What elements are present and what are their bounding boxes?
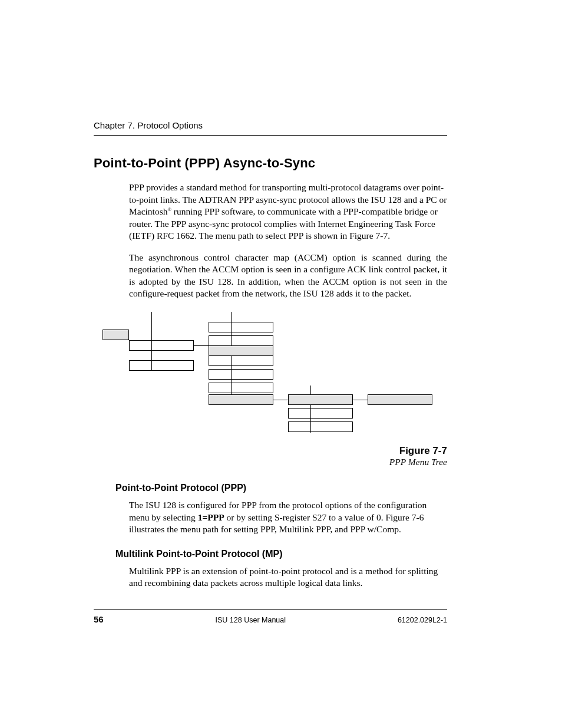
footer-center: ISU 128 User Manual	[216, 616, 286, 624]
diagram-hline-3	[353, 400, 368, 400]
diagram-box-c3-3	[288, 421, 353, 432]
diagram-box-2	[129, 360, 194, 371]
running-head: Chapter 7. Protocol Options	[94, 120, 447, 130]
diagram-box-1	[129, 340, 194, 351]
diagram-box-c2-2	[209, 335, 273, 346]
paragraph-3: The ISU 128 is configured for PPP from t…	[129, 499, 447, 536]
page-body: Chapter 7. Protocol Options Point-to-Poi…	[94, 120, 447, 624]
diagram-box-c3-1	[288, 394, 353, 405]
paragraph-4: Multilink PPP is an extension of point-t…	[129, 565, 447, 589]
diagram-box-c2-5	[209, 369, 273, 380]
diagram-hline-2	[273, 400, 288, 400]
paragraph-2: The asynchronous control character map (…	[129, 252, 447, 300]
footer-rule	[94, 609, 447, 610]
diagram-stub-col1	[103, 330, 129, 340]
paragraph-1: PPP provides a standard method for trans…	[129, 182, 447, 242]
body-mp: Multilink PPP is an extension of point-t…	[129, 565, 447, 589]
body-column: PPP provides a standard method for trans…	[129, 182, 447, 467]
diagram-box-c2-1	[209, 322, 273, 332]
diagram-hline-1	[194, 345, 209, 346]
diagram-box-c2-3	[209, 345, 273, 356]
diagram-box-c4-1	[368, 394, 432, 405]
diagram-box-c3-2	[288, 408, 353, 419]
footer-line: 56 ISU 128 User Manual 61202.029L2-1	[94, 614, 447, 624]
page-number: 56	[94, 614, 104, 624]
footer-right: 61202.029L2-1	[398, 616, 447, 624]
figure-diagram	[129, 312, 447, 442]
section-heading: Point-to-Point (PPP) Async-to-Sync	[94, 156, 447, 171]
figure-title: PPP Menu Tree	[129, 457, 447, 467]
figure-number: Figure 7-7	[129, 445, 447, 457]
body-ppp: The ISU 128 is configured for PPP from t…	[129, 499, 447, 536]
running-head-rule	[94, 135, 447, 136]
diagram-box-c2-4	[209, 355, 273, 366]
para-1b: running PPP software, to communicate wit…	[129, 206, 438, 241]
page-footer: 56 ISU 128 User Manual 61202.029L2-1	[94, 609, 447, 624]
diagram-box-c2-6	[209, 383, 273, 393]
diagram-box-c2-7	[209, 394, 273, 405]
subheading-mp: Multilink Point-to-Point Protocol (MP)	[115, 549, 447, 559]
subheading-ppp: Point-to-Point Protocol (PPP)	[115, 483, 447, 493]
para-3-bold: 1=PPP	[198, 512, 224, 522]
figure-caption: Figure 7-7 PPP Menu Tree	[129, 445, 447, 467]
